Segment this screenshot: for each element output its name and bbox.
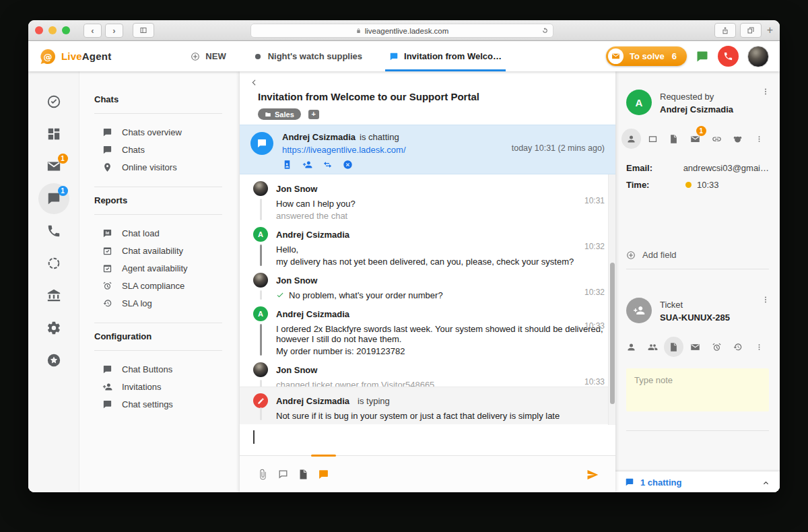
requester-tool-mailchimp[interactable] <box>729 129 748 149</box>
sidebar-item-chat-availability[interactable]: Chat availability <box>94 242 222 259</box>
tag-label: Sales <box>275 110 294 119</box>
more-icon[interactable] <box>761 295 770 304</box>
rail-item-chats[interactable]: 1 <box>46 191 61 206</box>
sidebar-item-online-visitors[interactable]: Online visitors <box>94 158 222 176</box>
sidebar-item-chats[interactable]: Chats <box>94 141 222 158</box>
add-tag-button[interactable]: + <box>308 110 319 119</box>
tab-label: NEW <box>205 51 226 61</box>
visitor-url-link[interactable]: https://liveagentlive.ladesk.com/ <box>282 145 406 155</box>
tab-invitation-active[interactable]: Invitation from Welco… <box>389 41 502 71</box>
rail-item-automation[interactable] <box>46 256 61 271</box>
chat-scrollbar[interactable] <box>608 174 615 425</box>
requester-tool-profile[interactable] <box>621 129 641 149</box>
to-solve-button[interactable]: To solve 6 <box>606 46 687 66</box>
back-icon[interactable] <box>250 79 258 86</box>
requester-tool-mail[interactable]: 1 <box>685 129 705 149</box>
tab-new[interactable]: NEW <box>191 41 226 71</box>
requester-tool-more[interactable] <box>749 129 769 149</box>
requester-tool-notes[interactable] <box>664 129 683 149</box>
add-field-button[interactable]: Add field <box>626 250 769 260</box>
share-button[interactable] <box>714 23 736 38</box>
agent-avatar[interactable] <box>747 46 769 67</box>
tab-nights-watch-supplies[interactable]: Night's watch supplies <box>253 41 362 71</box>
sidebar-item-sla-compliance[interactable]: SLA compliance <box>94 277 222 294</box>
sidebar-item-chat-settings[interactable]: Chat settings <box>94 395 222 413</box>
tab-overview-button[interactable] <box>740 23 762 38</box>
app-body: 1 1 ChatsChats overviewChatsOnline visit… <box>28 71 780 492</box>
chatting-count-label: 1 chatting <box>640 477 681 488</box>
sidebar-item-chat-buttons[interactable]: Chat Buttons <box>94 360 222 378</box>
sidebar-item-chat-load[interactable]: Chat load <box>94 224 222 242</box>
sidebar-item-chats-overview[interactable]: Chats overview <box>94 123 222 141</box>
attachment-icon[interactable] <box>257 469 269 480</box>
chat-filled-icon[interactable] <box>318 469 329 480</box>
message-time: 10:31 <box>584 196 605 205</box>
rail-item-billing[interactable] <box>46 288 61 303</box>
ticket-tool-people[interactable] <box>643 337 663 357</box>
more-icon[interactable] <box>761 87 770 96</box>
rail-item-calls[interactable] <box>46 224 61 238</box>
ticket-tool-sla[interactable] <box>707 337 727 357</box>
message-line: No problem, what's your order number? <box>276 289 605 301</box>
chat-outline-icon[interactable] <box>277 469 289 480</box>
requester-tool-link[interactable] <box>707 129 727 149</box>
minimize-window-button[interactable] <box>48 26 57 34</box>
send-icon[interactable] <box>586 468 599 481</box>
chat-chart-icon <box>102 228 112 238</box>
message-line: My order number is: 2019123782 <box>276 345 605 357</box>
chevron-up-icon[interactable] <box>762 478 770 487</box>
add-field-label: Add field <box>642 250 677 260</box>
note-icon <box>669 342 679 352</box>
rail-item-dashboard[interactable] <box>46 127 61 141</box>
zoom-window-button[interactable] <box>62 26 70 34</box>
app-header: @ LiveAgent NEW Night's watch supplies I… <box>28 41 780 71</box>
close-window-button[interactable] <box>35 26 43 34</box>
ticket-tool-mail[interactable] <box>685 337 705 357</box>
sidebar-item-agent-availability[interactable]: Agent availability <box>94 259 222 277</box>
new-tab-button[interactable]: + <box>767 24 773 36</box>
scrollbar-thumb[interactable] <box>610 263 615 404</box>
mailchimp-icon <box>733 134 743 144</box>
ticket-tool-notes[interactable] <box>664 337 683 357</box>
browser-back-button[interactable]: ‹ <box>83 24 102 38</box>
plus-circle-icon <box>626 251 636 260</box>
liveagent-logo[interactable]: @ LiveAgent <box>39 48 111 65</box>
message-line: answered the chat <box>276 209 605 222</box>
rail-item-resolved[interactable] <box>46 94 61 109</box>
divider <box>626 430 769 431</box>
sidebar-item-label: Chat availability <box>122 246 183 256</box>
contact-card-icon[interactable] <box>282 160 292 170</box>
ticket-tool-history[interactable] <box>729 337 748 357</box>
tag-sales[interactable]: Sales <box>258 108 301 120</box>
requester-tool-card[interactable] <box>643 129 663 149</box>
sidebar-toggle-button[interactable] <box>133 23 154 38</box>
rail-item-addons[interactable] <box>46 353 61 368</box>
ticket-tool-more[interactable] <box>749 337 769 357</box>
divider <box>94 323 222 323</box>
note-input[interactable] <box>626 368 769 411</box>
ticket-tool-profile[interactable] <box>621 337 641 357</box>
sidebar-item-invitations[interactable]: Invitations <box>94 378 222 395</box>
note-icon[interactable] <box>298 469 309 480</box>
avatar: A <box>253 227 268 242</box>
calls-button[interactable] <box>718 46 739 67</box>
address-bar[interactable]: liveagentlive.ladesk.com <box>250 24 553 38</box>
sidebar-item-sla-log[interactable]: SLA log <box>94 294 222 312</box>
chats-online-button[interactable] <box>696 50 709 63</box>
phone-icon <box>46 224 61 238</box>
time-row: Time: 10:33 <box>626 176 769 193</box>
rail-item-settings[interactable] <box>46 321 61 335</box>
message-input[interactable] <box>240 424 615 455</box>
plus-circle-icon <box>191 52 200 61</box>
gear-icon <box>46 321 61 335</box>
transfer-icon[interactable] <box>323 160 333 170</box>
mail-icon <box>690 342 700 352</box>
refresh-icon[interactable] <box>541 27 549 34</box>
person-add-icon[interactable] <box>302 160 312 170</box>
requester-tools: 1 <box>621 129 769 149</box>
chatting-bar[interactable]: 1 chatting <box>615 471 780 492</box>
rail-item-tickets[interactable]: 1 <box>46 159 61 174</box>
more-icon <box>755 135 764 143</box>
browser-forward-button[interactable]: › <box>105 24 123 38</box>
close-circle-icon[interactable] <box>343 160 353 170</box>
